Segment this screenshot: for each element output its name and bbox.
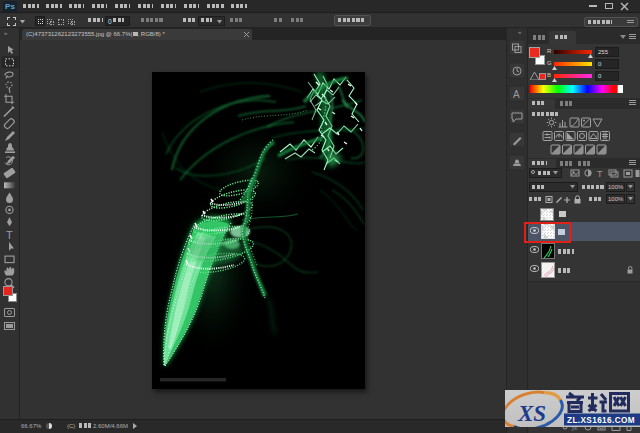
svg-text:A: A <box>513 89 520 100</box>
svg-text:ZL.XS1616.COM: ZL.XS1616.COM <box>567 416 635 425</box>
svg-text:XS: XS <box>517 401 546 426</box>
svg-text:T: T <box>6 229 13 241</box>
svg-text:T: T <box>597 169 603 179</box>
